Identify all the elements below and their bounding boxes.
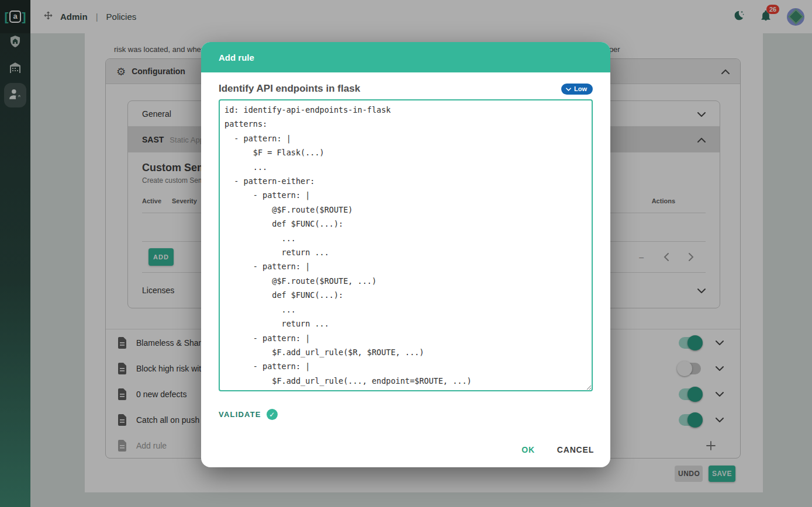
- rule-title: Identify API endpoints in flask: [219, 83, 360, 95]
- rule-code-editor[interactable]: id: identify-api-endpoints-in-flask patt…: [219, 99, 593, 391]
- add-rule-dialog: Add rule Identify API endpoints in flask…: [201, 42, 610, 467]
- severity-dropdown[interactable]: Low: [561, 84, 593, 95]
- cancel-button[interactable]: CANCEL: [550, 440, 601, 459]
- validate-button[interactable]: VALIDATE: [219, 410, 261, 419]
- check-circle-icon: ✓: [267, 409, 278, 420]
- severity-label: Low: [574, 85, 587, 92]
- dialog-title: Add rule: [219, 53, 254, 62]
- chevron-down-icon: [566, 85, 571, 92]
- ok-button[interactable]: OK: [514, 440, 542, 459]
- dialog-header: Add rule: [201, 42, 610, 72]
